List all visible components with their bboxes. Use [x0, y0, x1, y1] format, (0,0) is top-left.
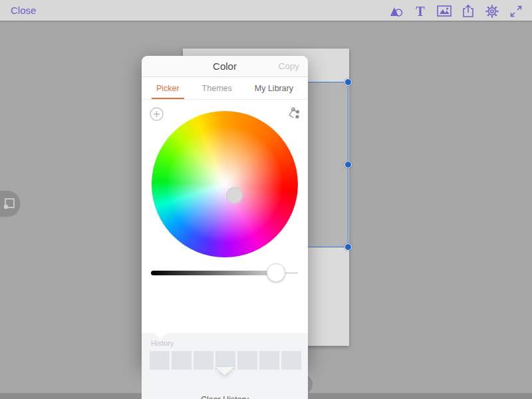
text-icon[interactable]: T	[408, 0, 432, 22]
tab-themes[interactable]: Themes	[200, 77, 234, 99]
history-swatch[interactable]	[259, 351, 279, 370]
tab-picker[interactable]: Picker	[154, 77, 182, 99]
topbar-icon-group: T	[384, 0, 528, 22]
tab-my-library[interactable]: My Library	[253, 77, 295, 99]
brightness-slider-track[interactable]	[151, 271, 281, 275]
close-button[interactable]: Close	[11, 5, 36, 16]
history-label: History	[151, 339, 174, 347]
add-swatch-plus-icon[interactable]	[150, 107, 164, 121]
selection-handle[interactable]	[344, 161, 352, 168]
brightness-slider-thumb[interactable]	[267, 263, 285, 282]
top-toolbar: Close T	[0, 0, 532, 22]
pages-drawer-handle[interactable]	[0, 191, 20, 216]
shapes-icon[interactable]	[384, 0, 408, 22]
color-harmony-icon[interactable]	[285, 106, 301, 122]
settings-icon[interactable]	[480, 0, 504, 22]
app-canvas: Close T	[0, 0, 532, 399]
color-wheel-knob[interactable]	[226, 187, 243, 203]
color-wheel[interactable]	[152, 111, 298, 257]
image-icon[interactable]	[432, 0, 456, 22]
history-swatch[interactable]	[194, 351, 213, 370]
selection-handle[interactable]	[344, 78, 352, 86]
history-notch	[154, 333, 166, 339]
history-section: History Clear History	[142, 333, 308, 399]
clear-history-button[interactable]: Clear History	[142, 395, 308, 399]
history-swatch[interactable]	[150, 351, 170, 370]
popover-tail	[215, 367, 234, 375]
popover-tabs: Picker Themes My Library	[142, 77, 308, 100]
picker-panel: History Clear History	[142, 100, 308, 291]
history-swatch[interactable]	[172, 351, 192, 370]
expand-icon[interactable]	[504, 0, 528, 22]
history-swatch[interactable]	[237, 351, 257, 370]
share-icon[interactable]	[456, 0, 480, 22]
history-swatch[interactable]	[281, 351, 301, 370]
color-popover: Color Copy Picker Themes My Library	[142, 56, 308, 367]
selection-handle[interactable]	[344, 243, 352, 251]
copy-button[interactable]: Copy	[278, 56, 299, 76]
popover-header: Color Copy	[142, 56, 308, 77]
